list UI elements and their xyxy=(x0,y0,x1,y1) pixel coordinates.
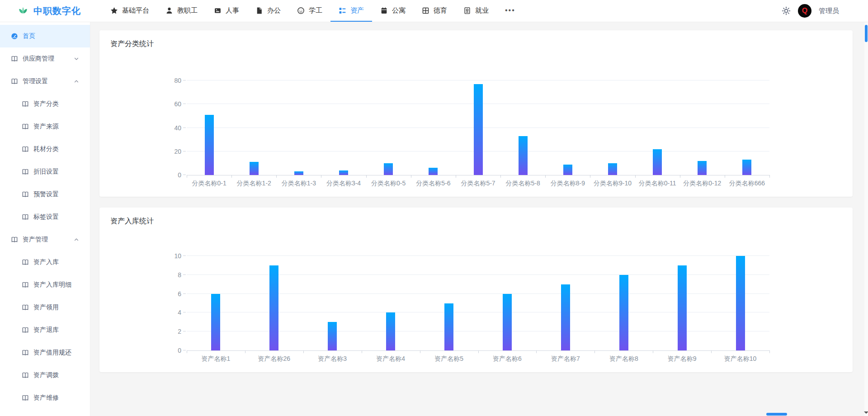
dashboard-icon xyxy=(11,33,18,40)
bar-分类名称8-9[interactable] xyxy=(563,165,572,175)
sidebar-item-consumable-category[interactable]: 耗材分类 xyxy=(0,138,90,161)
app-logo[interactable]: 中职数字化 xyxy=(0,0,90,22)
bar-资产名称9[interactable] xyxy=(678,265,687,350)
nav-item-student-affairs[interactable]: 学工 xyxy=(289,0,330,22)
bar-分类名称3-4[interactable] xyxy=(339,170,348,175)
bar-资产名称5[interactable] xyxy=(444,303,453,351)
scrollbar-down-arrow-icon[interactable] xyxy=(864,411,868,414)
bar-资产名称10[interactable] xyxy=(736,256,745,350)
nav-item-moral-education[interactable]: 德育 xyxy=(414,0,455,22)
nav-item-hr[interactable]: 人事 xyxy=(206,0,247,22)
nav-item-staff[interactable]: 教职工 xyxy=(157,0,206,22)
sidebar-item-asset-category[interactable]: 资产分类 xyxy=(0,93,90,115)
nav-item-asset[interactable]: 资产 xyxy=(330,0,372,22)
y-axis-tick-label: 60 xyxy=(174,100,181,108)
asset-inbound-chart-card: 资产入库统计 0246810 资产名称1资产名称26资产名称3资产名称4资产名称… xyxy=(99,208,853,372)
x-axis-category-label: 分类名称3-4 xyxy=(321,180,366,188)
sidebar-item-label: 资产调拨 xyxy=(33,371,59,379)
bar-资产名称6[interactable] xyxy=(503,294,512,350)
bar-资产名称26[interactable] xyxy=(269,265,278,350)
bar-分类名称0-1[interactable] xyxy=(205,115,214,175)
nav-item-apartment[interactable]: 公寓 xyxy=(372,0,414,22)
sidebar-item-home[interactable]: 首页 xyxy=(0,25,90,47)
bar-资产名称8[interactable] xyxy=(619,275,628,350)
bar-分类名称1-3[interactable] xyxy=(294,171,303,175)
bar-分类名称5-7[interactable] xyxy=(474,84,483,175)
nav-item-office[interactable]: 办公 xyxy=(247,0,289,22)
x-axis-tick xyxy=(456,175,456,178)
sidebar-item-asset-return[interactable]: 资产退库 xyxy=(0,319,90,341)
sidebar-item-label: 预警设置 xyxy=(33,190,59,199)
bar-分类名称0-12[interactable] xyxy=(698,161,707,175)
nav-item-label: 人事 xyxy=(226,6,239,15)
x-axis-category-label: 分类名称5-6 xyxy=(411,180,456,188)
bar-分类名称0-5[interactable] xyxy=(384,163,393,175)
bar-分类名称1-2[interactable] xyxy=(250,162,259,175)
y-axis-tick xyxy=(183,274,186,275)
bar-资产名称3[interactable] xyxy=(328,322,337,350)
chart-category-slot xyxy=(653,256,711,350)
nav-item-employment[interactable]: 就业 xyxy=(455,0,497,22)
nav-item-more[interactable]: ••• xyxy=(497,0,524,22)
sidebar-item-label: 资产领用 xyxy=(33,303,59,312)
x-axis-category-label: 分类名称5-7 xyxy=(456,180,500,188)
sidebar-item-supplier-management[interactable]: 供应商管理 xyxy=(0,47,90,70)
asset-category-bar-chart: 020406080 分类名称0-1分类名称1-2分类名称1-3分类名称3-4分类… xyxy=(187,80,769,188)
horizontal-scrollbar[interactable] xyxy=(90,412,864,416)
chart-category-slot xyxy=(680,80,725,175)
idcard-icon xyxy=(214,7,222,14)
chart-category-slot xyxy=(456,80,500,175)
x-axis-category-label: 资产名称7 xyxy=(536,355,594,363)
sidebar-item-alert-settings[interactable]: 预警设置 xyxy=(0,183,90,206)
x-axis-tick xyxy=(653,350,653,353)
nav-item-label: 办公 xyxy=(267,6,281,15)
sidebar-item-asset-transfer[interactable]: 资产调拨 xyxy=(0,364,90,387)
nav-item-label: 公寓 xyxy=(392,6,406,15)
sidebar-item-label: 资产来源 xyxy=(33,123,59,131)
sidebar-item-tag-settings[interactable]: 标签设置 xyxy=(0,206,90,228)
chart-category-slot xyxy=(245,256,303,350)
x-axis-category-label: 分类名称0-12 xyxy=(680,180,725,188)
bar-分类名称9-10[interactable] xyxy=(608,163,617,175)
sidebar-item-label: 管理设置 xyxy=(23,77,48,85)
book-icon xyxy=(22,281,29,288)
sidebar: 首页供应商管理管理设置资产分类资产来源耗材分类折旧设置预警设置标签设置资产管理资… xyxy=(0,22,90,416)
sidebar-item-depreciation-settings[interactable]: 折旧设置 xyxy=(0,161,90,183)
chart-title: 资产分类统计 xyxy=(99,30,853,49)
vertical-scrollbar-thumb[interactable] xyxy=(865,25,868,42)
sidebar-item-management-settings[interactable]: 管理设置 xyxy=(0,70,90,93)
sidebar-item-asset-repair[interactable]: 资产维修 xyxy=(0,387,90,409)
chart-category-slot xyxy=(725,80,769,175)
bar-分类名称5-8[interactable] xyxy=(519,136,528,175)
sidebar-item-asset-management[interactable]: 资产管理 xyxy=(0,228,90,251)
sidebar-item-asset-source[interactable]: 资产来源 xyxy=(0,115,90,138)
vertical-scrollbar[interactable] xyxy=(864,22,868,416)
sidebar-item-asset-inbound-detail[interactable]: 资产入库明细 xyxy=(0,274,90,296)
chart-category-slot xyxy=(478,256,537,350)
horizontal-scrollbar-thumb[interactable] xyxy=(766,413,787,416)
bar-分类名称5-6[interactable] xyxy=(429,168,438,175)
x-axis-tick xyxy=(245,350,245,353)
sidebar-item-label: 资产维修 xyxy=(33,394,59,402)
bar-资产名称1[interactable] xyxy=(211,294,220,350)
settings-gear-icon[interactable] xyxy=(782,6,791,15)
sidebar-item-asset-inbound[interactable]: 资产入库 xyxy=(0,251,90,274)
sidebar-item-asset-borrow-return[interactable]: 资产借用规还 xyxy=(0,341,90,364)
bar-分类名称0-11[interactable] xyxy=(653,149,662,175)
sidebar-item-label: 资产管理 xyxy=(23,236,48,244)
user-avatar[interactable]: Q xyxy=(798,4,811,18)
bar-资产名称4[interactable] xyxy=(386,312,395,350)
x-axis-tick xyxy=(362,350,362,353)
main-nav: 基础平台教职工人事办公学工资产公寓德育就业••• xyxy=(102,0,524,22)
bar-资产名称7[interactable] xyxy=(561,284,570,350)
x-axis-tick xyxy=(478,350,479,353)
bar-分类名称666[interactable] xyxy=(742,160,751,175)
y-axis-tick xyxy=(183,104,186,104)
sidebar-item-label: 资产退库 xyxy=(33,326,59,334)
x-axis-tick xyxy=(366,175,367,178)
user-name[interactable]: 管理员 xyxy=(819,7,839,15)
sidebar-item-asset-requisition[interactable]: 资产领用 xyxy=(0,296,90,319)
y-axis-tick-label: 0 xyxy=(178,347,181,354)
x-axis-tick xyxy=(769,175,770,178)
nav-item-base-platform[interactable]: 基础平台 xyxy=(102,0,157,22)
